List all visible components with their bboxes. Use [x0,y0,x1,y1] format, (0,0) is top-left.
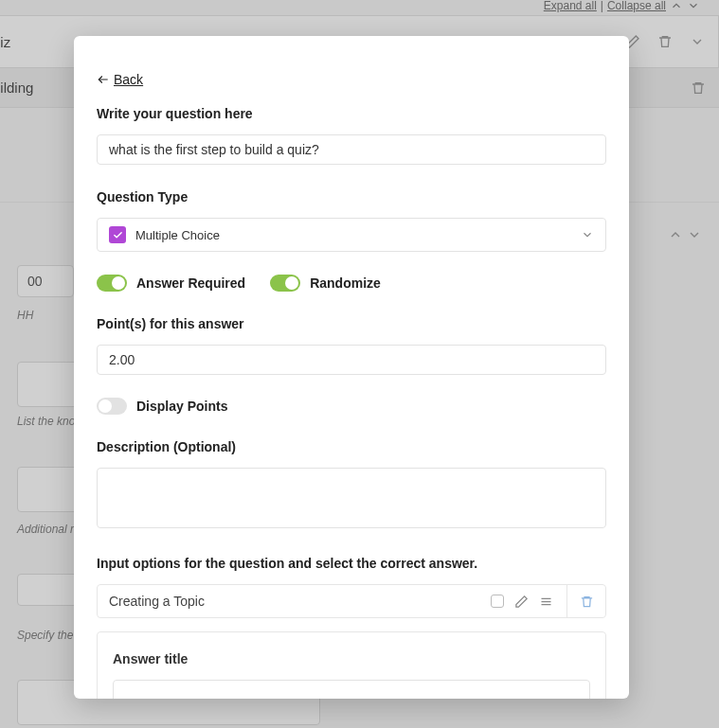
modal-scroll-area[interactable]: Back Write your question here Question T… [74,36,629,699]
randomize-label: Randomize [310,275,381,291]
answer-required-label: Answer Required [136,275,245,291]
correct-answer-checkbox[interactable] [491,595,504,608]
drag-handle-icon[interactable] [538,594,553,609]
answer-option-text: Creating a Topic [109,594,481,609]
arrow-left-icon [97,73,110,86]
question-label: Write your question here [97,106,606,121]
description-textarea[interactable] [97,468,606,528]
question-input[interactable] [97,134,606,165]
answer-title-input[interactable] [113,680,590,699]
options-helper-text: Input options for the question and selec… [97,556,606,571]
trash-icon[interactable] [579,594,594,609]
randomize-toggle[interactable] [270,275,300,292]
display-points-toggle[interactable] [97,398,127,415]
question-type-value: Multiple Choice [135,228,571,242]
answer-required-toggle[interactable] [97,275,127,292]
back-button[interactable]: Back [97,72,143,87]
display-points-label: Display Points [136,399,227,414]
points-input[interactable] [97,345,606,375]
answer-detail-panel: Answer title Upload Image [97,631,606,699]
question-type-label: Question Type [97,189,606,204]
answer-title-label: Answer title [113,651,590,666]
multiple-choice-icon [109,226,126,243]
edit-icon[interactable] [513,594,529,609]
points-label: Point(s) for this answer [97,316,606,331]
question-type-select[interactable]: Multiple Choice [97,218,606,252]
question-editor-modal: Back Write your question here Question T… [74,36,629,699]
chevron-down-icon [581,228,594,241]
description-label: Description (Optional) [97,439,606,454]
back-label: Back [114,72,143,87]
answer-option-row: Creating a Topic [97,584,606,618]
